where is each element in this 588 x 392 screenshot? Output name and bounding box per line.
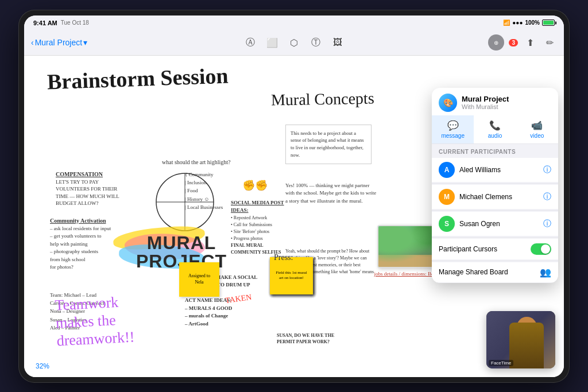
message-icon: 💬	[447, 120, 459, 131]
video-person-body	[509, 323, 544, 368]
export-button[interactable]: ⬆	[523, 35, 537, 50]
participant-name-susan: Susan Ogren	[459, 220, 539, 228]
ipad-device: 9:41 AM Tue Oct 18 📶 ●●● 100% ‹ Mural Pr…	[18, 10, 570, 383]
compensation-title: COMPENSATION	[56, 170, 125, 178]
share-menu-button[interactable]: ⊕	[488, 34, 504, 51]
teamwork-text: Teamworkmakes thedreamwork!!	[55, 292, 135, 350]
stickies-grid: Research localecologies Neighbourhoodhis…	[270, 257, 438, 328]
brainstorm-title: Brainstorm Session	[47, 64, 229, 94]
message-label: message	[441, 133, 465, 139]
zoom-indicator: 32%	[36, 362, 49, 370]
participants-section-header: CURRENT PARTICIPANTS	[432, 144, 558, 157]
separator-3	[432, 237, 558, 238]
sticky-8: Field this 1st mural art on location!	[270, 257, 313, 294]
panel-comm-buttons: 💬 message 📞 audio 📹 video	[432, 115, 558, 144]
mural-description: This needs to be a project about a sense…	[285, 125, 372, 164]
manage-board-icon: 👥	[540, 267, 551, 278]
participants-badge[interactable]: 3	[509, 39, 518, 46]
share-panel: 🎨 Mural Project With Muralist 💬 message …	[432, 88, 558, 283]
pencil-tool-button[interactable]: Ⓐ	[243, 35, 258, 50]
battery-icon	[542, 20, 555, 26]
back-button[interactable]: ‹ Mural Project ▾	[31, 38, 87, 47]
participant-cursors-toggle[interactable]	[531, 243, 551, 255]
panel-header: 🎨 Mural Project With Muralist	[432, 88, 558, 115]
audio-label: audio	[488, 133, 502, 139]
video-icon: 📹	[531, 120, 543, 131]
battery-fill	[543, 21, 554, 25]
community-activation-block: Community Activation – ask local residen…	[50, 216, 125, 271]
fist-icons: ✊✊	[242, 179, 268, 192]
mural-concepts-title: Mural Concepts	[271, 89, 374, 109]
battery-percent: 100%	[525, 20, 540, 26]
panel-avatar-emoji: 🎨	[443, 98, 453, 107]
lasso-tool-button[interactable]: ⬡	[287, 35, 301, 50]
video-call-label: FaceTime	[489, 360, 513, 366]
susan-text: SUSAN, DO WE HAVE THE PERMIT PAPER WORK?	[277, 332, 346, 345]
text-tool-button[interactable]: Ⓣ	[308, 35, 323, 50]
panel-avatar: 🎨	[439, 94, 457, 112]
audio-icon: 📞	[489, 120, 501, 131]
manage-board-row[interactable]: Manage Shared Board 👥	[432, 262, 558, 282]
wifi-icon: 📶	[503, 20, 510, 26]
back-arrow: ‹	[31, 38, 34, 47]
separator-1	[432, 183, 558, 184]
compensation-body: LET'S TRY TO PAY VOLUNTEERS FOR THEIR TI…	[56, 178, 125, 207]
panel-subtitle: With Muralist	[462, 103, 509, 110]
participant-avatar-aled: A	[439, 162, 455, 178]
participant-cursors-label: Participant Cursors	[439, 245, 531, 253]
toolbar-left: ‹ Mural Project ▾	[31, 38, 238, 47]
yes-text: Yes! 100% — thinking we might partner wi…	[285, 182, 377, 205]
participant-avatar-michael: M	[439, 189, 455, 205]
participant-row-michael: M Michael Clemens ⓘ	[432, 185, 558, 209]
press-text: Press:	[274, 253, 293, 262]
project-title[interactable]: Mural Project	[35, 38, 82, 47]
toolbar: ‹ Mural Project ▾ Ⓐ ⬜ ⬡ Ⓣ 🖼 ⊕ 3 ⬆ ✏	[24, 30, 564, 56]
edit-button[interactable]: ✏	[542, 35, 557, 50]
compensation-block: COMPENSATION LET'S TRY TO PAY VOLUNTEERS…	[56, 170, 125, 207]
main-content: Brainstorm Session Mural Concepts COMPEN…	[24, 56, 564, 377]
status-bar-right: 📶 ●●● 100%	[503, 20, 555, 26]
toolbar-right: ⊕ 3 ⬆ ✏	[350, 34, 557, 51]
status-bar: 9:41 AM Tue Oct 18 📶 ●●● 100%	[24, 15, 564, 30]
separator-2	[432, 210, 558, 211]
what-should-text: what should the art highlight?	[162, 159, 230, 165]
title-chevron: ▾	[83, 38, 87, 47]
participant-row-aled: A Aled Williams ⓘ	[432, 158, 558, 182]
participant-cursors-row: Participant Cursors	[432, 239, 558, 259]
panel-project-title: Mural Project	[462, 95, 509, 103]
message-button[interactable]: 💬 message	[432, 115, 474, 143]
shapes-tool-button[interactable]: ⬜	[265, 35, 280, 50]
panel-title-block: Mural Project With Muralist	[462, 95, 509, 110]
status-bar-left: 9:41 AM Tue Oct 18	[33, 20, 89, 26]
audio-button[interactable]: 📞 audio	[474, 115, 516, 143]
assigned-sticky: Assigned toNela	[179, 262, 219, 297]
participant-info-aled[interactable]: ⓘ	[543, 165, 551, 175]
participant-row-susan: S Susan Ogren ⓘ	[432, 212, 558, 236]
manage-board-label: Manage Shared Board	[439, 268, 535, 276]
ipad-screen: 9:41 AM Tue Oct 18 📶 ●●● 100% ‹ Mural Pr…	[24, 15, 564, 377]
participant-name-michael: Michael Clemens	[459, 193, 539, 201]
separator-4	[432, 261, 558, 261]
video-background: FaceTime	[486, 311, 555, 368]
community-activation-body: – ask local residents for input – get yo…	[50, 225, 125, 271]
video-button[interactable]: 📹 video	[516, 115, 558, 143]
status-time: 9:41 AM	[33, 20, 57, 26]
participant-info-susan[interactable]: ⓘ	[543, 219, 551, 229]
toolbar-center: Ⓐ ⬜ ⬡ Ⓣ 🖼	[243, 35, 345, 50]
participant-info-michael[interactable]: ⓘ	[543, 192, 551, 202]
image-tool-button[interactable]: 🖼	[330, 35, 345, 50]
participant-name-aled: Aled Williams	[459, 166, 539, 174]
video-label: video	[530, 133, 544, 139]
participant-avatar-susan: S	[439, 216, 455, 232]
status-date: Tue Oct 18	[61, 20, 89, 26]
video-call-thumbnail[interactable]: FaceTime	[486, 311, 555, 368]
signal-icon: ●●●	[512, 20, 523, 26]
community-activation-title: Community Activation	[50, 216, 125, 225]
